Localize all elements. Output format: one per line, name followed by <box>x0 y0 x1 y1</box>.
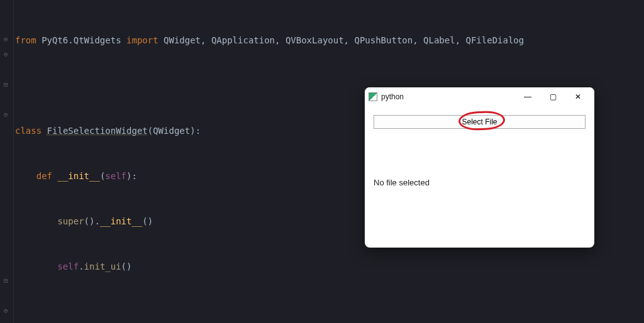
super-call: super <box>57 216 84 226</box>
titlebar[interactable]: python — ▢ ✕ <box>365 87 594 106</box>
import-list: QWidget, QApplication, QVBoxLayout, QPus… <box>164 35 524 45</box>
keyword-class: class <box>15 126 42 136</box>
module-name: PyQt6.QtWidgets <box>42 35 121 45</box>
minimize-button[interactable]: — <box>515 87 540 106</box>
client-area: Select File No file selected <box>365 106 594 196</box>
class-name: FileSelectionWidget <box>47 126 148 136</box>
close-button[interactable]: ✕ <box>565 87 591 106</box>
editor-gutter: ⊖ ⊖ ⊟ ⊖ ⊟ ⊖ <box>0 0 14 323</box>
fold-marker[interactable]: ⊟ <box>4 277 8 284</box>
param-self: self <box>105 171 126 181</box>
window-title: python <box>381 92 404 101</box>
button-label: Select File <box>462 118 497 126</box>
method-name: __init__ <box>57 171 99 181</box>
fold-marker[interactable]: ⊖ <box>4 51 8 58</box>
python-app-window: python — ▢ ✕ Select File No file selecte… <box>365 87 594 248</box>
fold-marker[interactable]: ⊖ <box>4 111 8 118</box>
keyword-import: import <box>126 35 158 45</box>
init-call: __init__ <box>100 216 142 226</box>
fold-marker[interactable]: ⊟ <box>4 81 8 88</box>
keyword-from: from <box>15 35 36 45</box>
keyword-def: def <box>36 171 52 181</box>
maximize-button[interactable]: ▢ <box>540 87 565 106</box>
self-ref: self <box>57 261 79 271</box>
fold-marker[interactable]: ⊖ <box>4 307 8 314</box>
method-call: init_ui <box>84 261 121 271</box>
selected-file-label: No file selected <box>374 178 586 187</box>
fold-marker[interactable]: ⊖ <box>4 36 8 43</box>
base-class: QWidget <box>153 126 190 136</box>
select-file-button[interactable]: Select File <box>374 115 586 129</box>
app-icon <box>369 92 377 101</box>
